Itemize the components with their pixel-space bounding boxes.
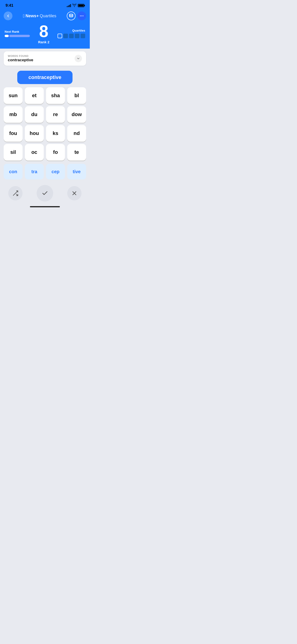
tile-bl[interactable]: bl — [67, 87, 86, 104]
next-rank-section: Next Rank — [4, 30, 30, 37]
svg-point-0 — [69, 14, 73, 15]
tile-te[interactable]: te — [67, 144, 86, 160]
tile-sil[interactable]: sil — [4, 144, 22, 160]
quartile-dot-2 — [63, 34, 68, 38]
wifi-icon — [72, 4, 76, 8]
rank-progress-bar — [4, 35, 30, 37]
tile-fo[interactable]: fo — [46, 144, 65, 160]
words-content: WORDS FOUND contraceptive — [8, 54, 34, 62]
quartiles-dots — [58, 34, 85, 38]
score-number: 8 — [38, 23, 49, 40]
tile-re[interactable]: re — [46, 106, 65, 123]
battery-icon — [78, 4, 84, 7]
database-button[interactable] — [67, 12, 76, 20]
svg-point-1 — [80, 16, 80, 16]
tile-fou[interactable]: fou — [4, 125, 22, 142]
tile-oc[interactable]: oc — [25, 144, 44, 160]
words-found-section: WORDS FOUND contraceptive — [4, 51, 86, 66]
back-button[interactable] — [4, 12, 12, 20]
quartile-dot-5 — [80, 34, 85, 38]
status-icons — [67, 4, 84, 8]
svg-point-2 — [81, 16, 82, 16]
game-area: contraceptive sun et sha bl mb du re dow… — [0, 68, 90, 202]
signal-icon — [67, 4, 71, 7]
quartile-dot-4 — [75, 34, 80, 38]
next-rank-label: Next Rank — [4, 30, 30, 34]
action-buttons — [4, 183, 86, 202]
tile-sha[interactable]: sha — [46, 87, 65, 104]
home-bar — [30, 206, 60, 207]
selected-tile-tra[interactable]: tra — [25, 164, 44, 180]
score-rank: Rank 2 — [38, 40, 49, 44]
quartiles-label: Quartiles — [72, 29, 85, 32]
shuffle-button[interactable] — [8, 186, 22, 200]
nav-right-buttons — [67, 12, 86, 20]
more-button[interactable] — [77, 12, 86, 20]
delete-button[interactable] — [67, 186, 82, 200]
apple-logo:  — [23, 13, 25, 19]
svg-point-3 — [83, 16, 83, 16]
tile-sun[interactable]: sun — [4, 87, 22, 104]
words-expand-button[interactable] — [74, 55, 82, 62]
nav-bar:  News+ Quartiles — [0, 10, 90, 23]
selected-tile-con[interactable]: con — [4, 164, 22, 180]
words-found-value: contraceptive — [8, 58, 34, 62]
tile-et[interactable]: et — [25, 87, 44, 104]
words-found-label: WORDS FOUND — [8, 54, 34, 57]
news-plus-label: News+ — [26, 14, 39, 18]
tile-du[interactable]: du — [25, 106, 44, 123]
quartiles-section: Quartiles — [58, 29, 85, 38]
check-button[interactable] — [36, 185, 53, 202]
tile-grid: sun et sha bl mb du re dow fou hou ks nd… — [4, 87, 86, 160]
tile-nd[interactable]: nd — [67, 125, 86, 142]
score-section: Next Rank 8 Rank 2 Quartiles — [0, 23, 90, 48]
quartile-dot-3 — [69, 34, 74, 38]
app-title:  News+ Quartiles — [23, 13, 56, 19]
current-word-display: contraceptive — [17, 71, 72, 84]
tile-hou[interactable]: hou — [25, 125, 44, 142]
selected-tile-cep[interactable]: cep — [46, 164, 65, 180]
tile-mb[interactable]: mb — [4, 106, 22, 123]
tile-dow[interactable]: dow — [67, 106, 86, 123]
quartiles-label: Quartiles — [40, 14, 56, 18]
selected-tile-tive[interactable]: tive — [67, 164, 86, 180]
home-indicator — [0, 202, 90, 210]
selected-tiles: con tra cep tive — [4, 164, 86, 180]
tile-ks[interactable]: ks — [46, 125, 65, 142]
status-bar: 9:41 — [0, 0, 90, 10]
quartile-dot-1 — [58, 34, 62, 38]
status-time: 9:41 — [6, 3, 13, 8]
score-center: 8 Rank 2 — [38, 23, 49, 44]
